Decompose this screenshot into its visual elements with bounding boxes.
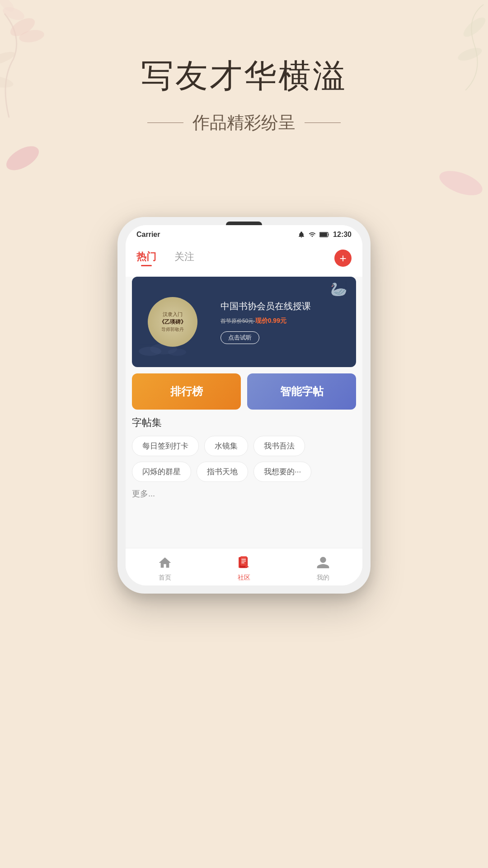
svg-point-1 [1, 5, 26, 23]
banner-cta[interactable]: 点击试听 [221, 331, 259, 344]
add-tab-button[interactable]: + [334, 250, 352, 267]
tag-item[interactable]: 指书天地 [197, 462, 248, 482]
status-icons: 12:30 [298, 231, 352, 239]
svg-rect-11 [320, 233, 327, 236]
banner[interactable]: 🦢 汉隶入门 《乙瑛碑》 导师郭敬丹 中国书协会员在线授课 首节原价50元 现价… [132, 277, 356, 367]
banner-circle: 汉隶入门 《乙瑛碑》 导师郭敬丹 [148, 297, 197, 347]
carrier-label: Carrier [136, 231, 160, 239]
bell-icon [298, 231, 305, 238]
battery-icon [319, 232, 329, 237]
more-link[interactable]: 更多... [132, 488, 356, 499]
banner-price: 首节原价50元 现价0.99元 [221, 317, 349, 325]
svg-point-8 [2, 142, 42, 175]
banner-left: 汉隶入门 《乙瑛碑》 导师郭敬丹 [132, 277, 213, 367]
hero-title: 写友才华横溢 [0, 54, 488, 98]
book-series: 《乙瑛碑》 [159, 319, 186, 326]
tab-follow[interactable]: 关注 [174, 250, 194, 266]
price-current: 现价0.99元 [255, 317, 286, 324]
tag-item[interactable]: 我想要的··· [253, 462, 311, 482]
phone-mockup: Carrier 12:30 [117, 217, 371, 594]
bottom-nav: 首页 社区 [126, 548, 362, 585]
home-label: 首页 [159, 574, 171, 582]
phone-outer: Carrier 12:30 [117, 217, 371, 594]
svg-point-6 [460, 14, 488, 40]
community-icon [235, 554, 253, 572]
crane-decoration: 🦢 [330, 281, 347, 297]
phone-inner: Carrier 12:30 [126, 225, 362, 585]
tab-bar: 热门 关注 + [126, 242, 362, 270]
mine-label: 我的 [317, 574, 329, 582]
svg-point-3 [0, 0, 16, 14]
action-row: 排行榜 智能字帖 [132, 373, 356, 410]
book-intro: 汉隶入门 [163, 311, 183, 318]
nav-mine[interactable]: 我的 [314, 554, 332, 582]
tags-grid: 每日签到打卡水镜集我书吾法闪烁的群星指书天地我想要的··· [132, 436, 356, 482]
smart-copybook-button[interactable]: 智能字帖 [247, 373, 356, 410]
ranking-button[interactable]: 排行榜 [132, 373, 241, 410]
home-icon [156, 554, 174, 572]
time-label: 12:30 [333, 231, 352, 239]
subtitle-text: 作品精彩纷呈 [192, 111, 296, 134]
tag-item[interactable]: 闪烁的群星 [132, 462, 191, 482]
wifi-icon [309, 231, 316, 238]
tag-item[interactable]: 水镜集 [204, 436, 248, 456]
tab-hot[interactable]: 热门 [136, 250, 156, 266]
status-bar: Carrier 12:30 [126, 225, 362, 242]
hero-subtitle: 作品精彩纷呈 [0, 111, 488, 134]
copybook-section: 字帖集 每日签到打卡水镜集我书吾法闪烁的群星指书天地我想要的··· 更多... [126, 416, 362, 499]
tag-item[interactable]: 我书吾法 [253, 436, 305, 456]
nav-home[interactable]: 首页 [156, 554, 174, 582]
subtitle-line-left [147, 123, 183, 123]
copybook-title: 字帖集 [132, 416, 356, 429]
app-content: 🦢 汉隶入门 《乙瑛碑》 导师郭敬丹 中国书协会员在线授课 首节原价50元 现价… [126, 277, 362, 548]
price-original: 首节原价50元 [221, 318, 255, 324]
banner-right: 中国书协会员在线授课 首节原价50元 现价0.99元 点击试听 [213, 293, 356, 351]
svg-point-9 [436, 166, 485, 200]
svg-point-0 [8, 14, 38, 40]
banner-title: 中国书协会员在线授课 [221, 300, 349, 312]
svg-point-2 [18, 28, 45, 44]
nav-community[interactable]: 社区 [235, 554, 253, 582]
community-label: 社区 [238, 574, 250, 582]
subtitle-line-right [305, 123, 341, 123]
person-icon [314, 554, 332, 572]
hero-section: 写友才华横溢 作品精彩纷呈 [0, 54, 488, 134]
tag-item[interactable]: 每日签到打卡 [132, 436, 199, 456]
instructor: 导师郭敬丹 [161, 326, 184, 333]
